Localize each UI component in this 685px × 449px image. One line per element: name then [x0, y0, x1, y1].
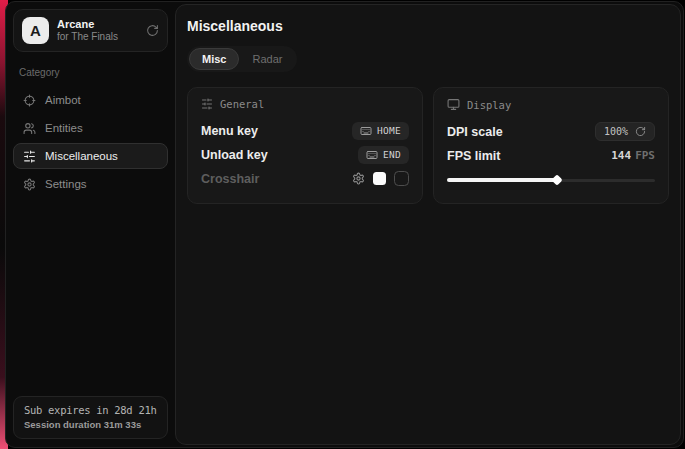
- unload-key-label: Unload key: [201, 148, 268, 162]
- unload-key-value: END: [383, 149, 401, 160]
- tab-bar: Misc Radar: [187, 46, 297, 72]
- refresh-icon[interactable]: [635, 126, 646, 137]
- general-card: General Menu key HOME: [187, 87, 423, 204]
- fps-slider-fill: [447, 178, 557, 182]
- sidebar: A Arcane for The Finals Category: [6, 2, 175, 447]
- fps-limit-row: FPS limit 144FPS: [447, 144, 655, 167]
- app-header-card: A Arcane for The Finals: [13, 9, 168, 52]
- menu-key-label: Menu key: [201, 124, 258, 138]
- sidebar-item-settings[interactable]: Settings: [13, 171, 168, 197]
- fps-unit: FPS: [635, 149, 655, 162]
- keyboard-icon: [360, 125, 372, 137]
- app-window: A Arcane for The Finals Category: [5, 1, 684, 448]
- tab-radar[interactable]: Radar: [239, 48, 295, 70]
- dpi-scale-value: 100%: [604, 126, 628, 137]
- dpi-scale-control[interactable]: 100%: [595, 122, 655, 141]
- app-titles: Arcane for The Finals: [57, 18, 118, 43]
- cards-row: General Menu key HOME: [187, 87, 669, 204]
- fps-limit-value: 144FPS: [611, 149, 655, 162]
- app-logo: A: [22, 17, 49, 44]
- fps-number: 144: [611, 149, 631, 162]
- crosshair-label: Crosshair: [201, 172, 259, 186]
- general-card-title: General: [220, 98, 264, 110]
- crosshair-color-swatch[interactable]: [373, 172, 386, 185]
- users-icon: [23, 122, 36, 135]
- general-card-header: General: [201, 98, 409, 110]
- unload-key-button[interactable]: END: [358, 146, 409, 164]
- page-title: Miscellaneous: [187, 18, 669, 34]
- sliders-icon: [23, 150, 36, 163]
- menu-key-row: Menu key HOME: [201, 119, 409, 142]
- sidebar-item-aimbot[interactable]: Aimbot: [13, 87, 168, 113]
- crosshair-icon: [23, 94, 36, 107]
- menu-key-value: HOME: [377, 125, 401, 136]
- fps-limit-label: FPS limit: [447, 149, 500, 163]
- screen: A Arcane for The Finals Category: [0, 0, 685, 449]
- display-card: Display DPI scale 100%: [433, 87, 669, 204]
- app-subtitle: for The Finals: [57, 31, 118, 43]
- dpi-scale-row: DPI scale 100%: [447, 120, 655, 143]
- fps-slider-thumb[interactable]: [552, 174, 563, 185]
- sidebar-item-label: Settings: [45, 178, 87, 190]
- app-name: Arcane: [57, 18, 118, 31]
- crosshair-row: Crosshair: [201, 167, 409, 190]
- sub-expires-text: Sub expires in 28d 21h: [24, 404, 157, 416]
- display-card-header: Display: [447, 98, 655, 111]
- sidebar-item-label: Aimbot: [45, 94, 81, 106]
- crosshair-settings-gear-icon[interactable]: [352, 172, 365, 185]
- monitor-icon: [447, 98, 460, 111]
- crosshair-controls: [352, 171, 409, 186]
- sidebar-item-label: Entities: [45, 122, 83, 134]
- tab-misc[interactable]: Misc: [189, 48, 239, 70]
- gear-icon: [23, 178, 36, 191]
- dpi-scale-label: DPI scale: [447, 125, 503, 139]
- sidebar-item-label: Miscellaneous: [45, 150, 118, 162]
- subscription-info-card: Sub expires in 28d 21h Session duration …: [13, 396, 168, 439]
- sliders-icon: [201, 98, 213, 110]
- sidebar-item-miscellaneous[interactable]: Miscellaneous: [13, 143, 168, 169]
- session-duration-text: Session duration 31m 33s: [24, 419, 157, 430]
- menu-key-button[interactable]: HOME: [352, 122, 409, 140]
- unload-key-row: Unload key END: [201, 143, 409, 166]
- sidebar-item-entities[interactable]: Entities: [13, 115, 168, 141]
- category-label: Category: [19, 67, 162, 78]
- crosshair-checkbox[interactable]: [394, 171, 409, 186]
- display-card-title: Display: [467, 99, 511, 111]
- fps-slider[interactable]: [447, 174, 655, 186]
- keyboard-icon: [366, 149, 378, 161]
- sync-icon[interactable]: [146, 24, 159, 37]
- main-panel: Miscellaneous Misc Radar General: [175, 4, 681, 445]
